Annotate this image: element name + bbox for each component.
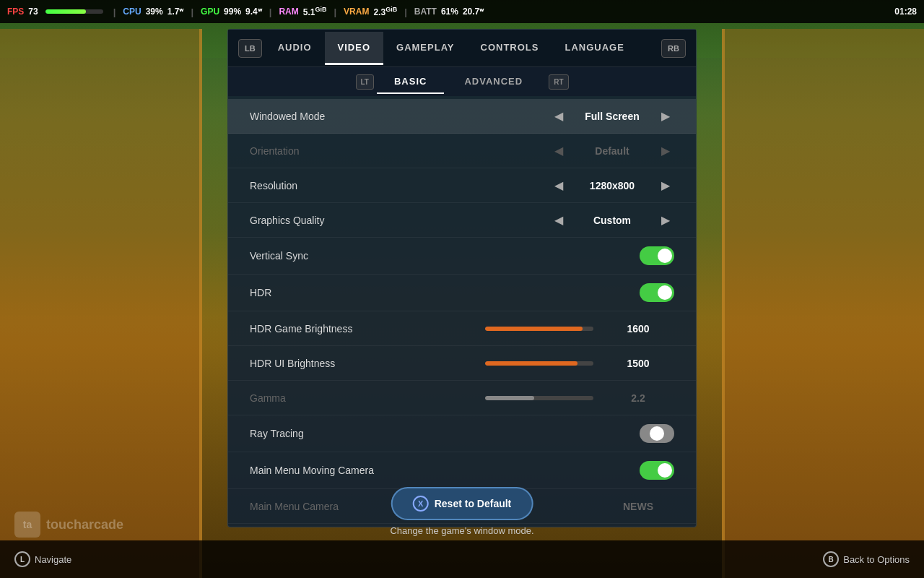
ta-icon: ta [14,512,40,538]
lb-button[interactable]: LB [238,39,262,58]
ray-tracing-label: Ray Tracing [250,428,640,439]
windowed-mode-value: Full Screen [576,111,648,122]
fps-value: 73 [28,7,38,17]
orientation-value: Default [576,145,648,157]
vram-value: 2.3GiB [373,6,397,17]
orientation-control: ◀ Default ▶ [550,142,674,159]
settings-panel: LB AUDIO VIDEO GAMEPLAY CONTROLS LANGUAG… [227,29,697,527]
l-navigate-icon: L [14,551,30,567]
setting-hdr[interactable]: HDR [228,275,696,311]
hdr-ui-brightness-value: 1500 [602,358,674,369]
bottom-bar: L Navigate B Back to Options [0,540,924,578]
gamma-value: 2.2 [602,392,674,404]
vertical-sync-knob [658,249,672,263]
tab-navigation: LB AUDIO VIDEO GAMEPLAY CONTROLS LANGUAG… [228,30,696,67]
sub-tab-navigation: LT BASIC ADVANCED RT [228,67,696,96]
graphics-quality-control: ◀ Custom ▶ [550,212,674,228]
gamma-fill [485,396,534,400]
lt-button[interactable]: LT [356,74,374,90]
vertical-sync-control [640,246,674,265]
vertical-sync-toggle[interactable] [640,246,674,265]
setting-ray-tracing[interactable]: Ray Tracing [228,415,696,452]
cpu-watts: 1.7ʷ [167,7,184,17]
graphics-quality-label: Graphics Quality [250,215,550,226]
navigate-label: Navigate [35,554,71,565]
windowed-mode-label: Windowed Mode [250,111,550,122]
resolution-next[interactable]: ▶ [657,177,674,194]
windowed-mode-prev[interactable]: ◀ [550,108,567,124]
orientation-prev: ◀ [550,142,567,159]
gpu-pct: 99% [224,7,241,17]
reset-to-default-button[interactable]: X Reset to Default [391,487,533,520]
tab-gameplay[interactable]: GAMEPLAY [383,32,467,65]
gamma-label: Gamma [250,392,485,404]
main-menu-camera-value: NEWS [602,501,674,512]
back-hint[interactable]: B Back to Options [823,551,910,567]
sub-tab-advanced[interactable]: ADVANCED [447,70,540,94]
reset-btn-label: Reset to Default [435,498,512,509]
resolution-prev[interactable]: ◀ [550,177,567,194]
setting-windowed-mode[interactable]: Windowed Mode ◀ Full Screen ▶ [228,99,696,134]
main-menu-moving-camera-toggle[interactable] [640,461,674,480]
setting-hdr-game-brightness[interactable]: HDR Game Brightness 1600 [228,311,696,346]
toucharcade-watermark: ta toucharcade [14,512,123,538]
setting-gamma: Gamma 2.2 [228,381,696,415]
hdr-game-brightness-track[interactable] [485,327,593,331]
setting-hdr-ui-brightness[interactable]: HDR UI Brightness 1500 [228,346,696,381]
batt-pct: 61% [441,7,458,17]
b-back-icon: B [823,551,839,567]
gamma-control: 2.2 [485,392,674,404]
tab-language[interactable]: LANGUAGE [552,32,637,65]
graphics-quality-next[interactable]: ▶ [657,212,674,228]
hdr-control [640,283,674,302]
fps-bar [45,9,103,14]
setting-vertical-sync[interactable]: Vertical Sync [228,238,696,275]
hdr-toggle[interactable] [640,283,674,302]
main-menu-camera-control: NEWS [602,501,674,512]
resolution-value: 924x578 [576,180,648,191]
tab-controls[interactable]: CONTROLS [468,32,552,65]
batt-label: BATT [414,7,437,17]
navigate-hint: L Navigate [14,551,71,567]
main-menu-moving-camera-knob [658,463,672,478]
back-options-label: Back to Options [843,554,910,565]
batt-watts: 20.7ʷ [463,7,484,17]
hdr-game-brightness-value: 1600 [602,323,674,335]
hdr-ui-brightness-label: HDR UI Brightness [250,358,485,369]
rb-button[interactable]: RB [661,39,686,58]
hud-bar: FPS 73 | CPU 39% 1.7ʷ | GPU 99% 9.4ʷ | R… [0,0,924,23]
hdr-game-brightness-fill [485,327,583,331]
setting-orientation: Orientation ◀ Default ▶ [228,134,696,168]
gpu-watts: 9.4ʷ [245,7,262,17]
sub-tab-basic[interactable]: BASIC [377,70,444,94]
orientation-label: Orientation [250,145,550,157]
windowed-mode-next[interactable]: ▶ [657,108,674,124]
graphics-quality-prev[interactable]: ◀ [550,212,567,228]
setting-resolution[interactable]: Resolution ◀ 924x578 ▶ [228,168,696,203]
tab-video[interactable]: VIDEO [325,32,383,65]
hdr-knob [658,285,672,300]
ram-value: 5.1GiB [303,6,327,17]
hdr-label: HDR [250,287,640,298]
main-menu-moving-camera-label: Main Menu Moving Camera [250,465,640,476]
main-menu-moving-camera-control [640,461,674,480]
clock: 01:28 [894,7,917,17]
ray-tracing-knob [650,426,664,441]
setting-graphics-quality[interactable]: Graphics Quality ◀ Custom ▶ [228,203,696,238]
tab-audio[interactable]: AUDIO [265,32,325,65]
cpu-label: CPU [123,7,141,17]
hdr-game-brightness-control: 1600 [485,323,674,335]
cpu-pct: 39% [146,7,163,17]
graphics-quality-value: Custom [576,215,648,226]
ram-label: RAM [279,7,298,17]
gamma-track [485,396,593,400]
ray-tracing-toggle[interactable] [640,424,674,443]
resolution-label: Resolution [250,180,550,191]
setting-main-menu-moving-camera[interactable]: Main Menu Moving Camera [228,452,696,489]
rt-button[interactable]: RT [549,74,568,90]
ray-tracing-control [640,424,674,443]
hdr-ui-brightness-track[interactable] [485,361,593,366]
vram-label: VRAM [344,7,369,17]
orientation-next: ▶ [657,142,674,159]
settings-content: Windowed Mode ◀ Full Screen ▶ Orientatio… [228,96,696,527]
